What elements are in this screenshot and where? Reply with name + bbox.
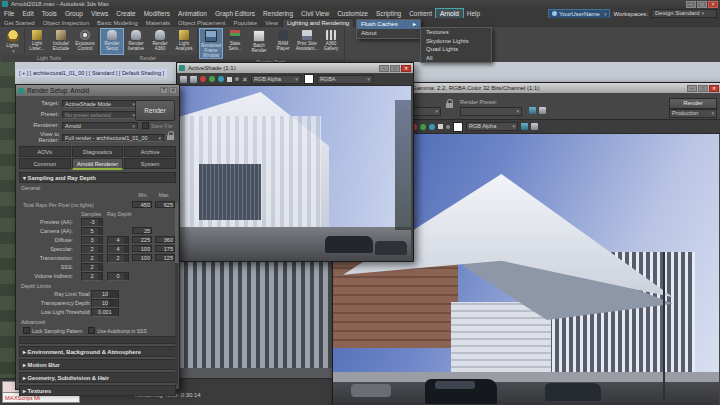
samples-spinner[interactable]: 2 bbox=[81, 245, 103, 254]
samples-spinner[interactable]: 3 bbox=[81, 236, 103, 245]
checkbox-option[interactable]: Use Autobump in SSS bbox=[88, 327, 146, 334]
ribbon-tab[interactable]: View bbox=[261, 19, 282, 27]
dialog-tab[interactable]: Archive bbox=[124, 146, 176, 157]
menu-item[interactable]: Group bbox=[61, 9, 87, 18]
rollout-collapsed[interactable]: ▸ Motion Blur bbox=[19, 359, 176, 370]
rfw-preset-select[interactable]: ▾ bbox=[460, 107, 522, 116]
ribbon-tab[interactable]: Basic Modeling bbox=[93, 19, 142, 27]
menu-item[interactable]: Content bbox=[405, 9, 436, 18]
save-file-checkbox[interactable] bbox=[142, 122, 149, 129]
dialog-tab[interactable]: AOVs bbox=[19, 146, 71, 157]
renderer-select[interactable]: Arnold▾ bbox=[62, 122, 138, 130]
activeshade-format-select[interactable]: RGBA▾ bbox=[317, 75, 373, 84]
samples-spinner[interactable]: 2 bbox=[81, 272, 103, 281]
ray-depth-spinner[interactable]: 0 bbox=[107, 272, 129, 281]
dialog-tab[interactable]: Diagnostics bbox=[72, 146, 124, 157]
menu-item[interactable]: Create bbox=[112, 9, 140, 18]
dialog-tab[interactable]: Common bbox=[19, 158, 71, 169]
workspace-select[interactable]: Design Standard▾ bbox=[651, 9, 717, 18]
help-icon[interactable]: ? bbox=[160, 87, 168, 94]
layers-icon[interactable] bbox=[521, 123, 528, 130]
ribbon-button[interactable]: A360 Gallery bbox=[319, 28, 343, 59]
submenu-item[interactable]: Textures bbox=[421, 28, 491, 37]
submenu-item[interactable]: All bbox=[421, 54, 491, 63]
ribbon-button[interactable]: State Sets... bbox=[223, 28, 247, 59]
ribbon-button[interactable]: Rendered Frame Window bbox=[199, 28, 223, 59]
arnold-menu-item[interactable]: Flush Caches ▸ bbox=[357, 20, 420, 29]
ribbon-button[interactable]: Exposure Control bbox=[73, 28, 97, 55]
dialog-tab[interactable]: Arnold Renderer bbox=[72, 158, 124, 170]
menu-item[interactable]: Rendering bbox=[259, 9, 297, 18]
color-swatch[interactable] bbox=[304, 74, 314, 84]
arnold-menu-item[interactable]: About bbox=[357, 29, 420, 38]
depth-limit-spinner[interactable]: 10 bbox=[91, 290, 119, 299]
maximize-icon[interactable]: □ bbox=[698, 85, 708, 92]
ribbon-tab[interactable]: Object Placement bbox=[174, 19, 229, 27]
minimize-icon[interactable]: – bbox=[687, 85, 697, 92]
blue-channel-icon[interactable] bbox=[429, 124, 435, 130]
ray-depth-spinner[interactable]: 2 bbox=[107, 254, 129, 263]
green-channel-icon[interactable] bbox=[420, 124, 426, 130]
rfw-mode-select[interactable]: Production▾ bbox=[669, 109, 717, 118]
ribbon-button[interactable]: Render Iterative bbox=[124, 28, 148, 55]
render-button[interactable]: Render bbox=[135, 100, 175, 121]
alpha-channel-icon[interactable] bbox=[446, 125, 450, 129]
menu-item[interactable]: Tools bbox=[38, 9, 61, 18]
maximize-icon[interactable]: □ bbox=[697, 1, 707, 8]
menu-item[interactable]: Customize bbox=[333, 9, 372, 18]
ray-depth-spinner[interactable]: 4 bbox=[107, 236, 129, 245]
target-select[interactable]: ActiveShade Mode▾ bbox=[62, 100, 138, 108]
green-channel-icon[interactable] bbox=[209, 76, 215, 82]
close-icon[interactable]: ✕ bbox=[169, 87, 177, 94]
ribbon-button[interactable]: Light Lister... bbox=[25, 28, 49, 55]
samples-spinner[interactable]: 5 bbox=[81, 227, 103, 236]
ribbon-tab[interactable]: Lighting and Rendering bbox=[282, 18, 354, 27]
depth-limit-spinner[interactable]: 0.001 bbox=[91, 308, 119, 317]
preset-select[interactable]: No preset selected▾ bbox=[62, 111, 138, 119]
ribbon-button[interactable]: Render A360 bbox=[148, 28, 172, 55]
save-image-icon[interactable] bbox=[180, 76, 187, 83]
view-to-render-select[interactable]: Full render - architectural1_01_00▾ bbox=[62, 134, 164, 142]
menu-item[interactable]: Civil View bbox=[297, 9, 333, 18]
render-setup-shortcut-icon[interactable] bbox=[529, 107, 536, 114]
samples-spinner[interactable]: -3 bbox=[81, 218, 103, 227]
blue-channel-icon[interactable] bbox=[218, 76, 224, 82]
menu-item[interactable]: Modifiers bbox=[140, 9, 174, 18]
menu-item[interactable]: Graph Editors bbox=[211, 9, 259, 18]
monochrome-icon[interactable] bbox=[438, 124, 443, 129]
ribbon-tab[interactable]: Object Inspection bbox=[39, 19, 93, 27]
ribbon-tab[interactable]: Get Started bbox=[0, 19, 39, 27]
menu-item[interactable]: Scripting bbox=[372, 9, 405, 18]
menu-item[interactable]: File bbox=[0, 9, 18, 18]
lock-icon[interactable] bbox=[446, 103, 453, 108]
user-account-button[interactable]: YourUserName ▾ bbox=[548, 9, 610, 19]
menu-item[interactable]: Arnold bbox=[436, 9, 463, 18]
clear-icon[interactable]: ✕ bbox=[242, 76, 248, 83]
minimize-icon[interactable]: – bbox=[686, 1, 696, 8]
rfw-render-button[interactable]: Render bbox=[669, 98, 717, 109]
dialog-tab[interactable]: System bbox=[124, 158, 176, 169]
environment-dialog-icon[interactable] bbox=[539, 107, 546, 114]
depth-limit-spinner[interactable]: 10 bbox=[91, 299, 119, 308]
render-setup-titlebar[interactable]: Render Setup: Arnold ? ✕ bbox=[16, 85, 179, 96]
rollout-collapsed[interactable]: ▸ Environment, Background & Atmosphere bbox=[19, 346, 176, 357]
minimize-icon[interactable]: – bbox=[379, 65, 389, 72]
ray-depth-spinner[interactable]: 4 bbox=[107, 245, 129, 254]
printer-icon[interactable] bbox=[531, 123, 538, 130]
menu-item[interactable]: Views bbox=[87, 9, 112, 18]
rollout-collapsed[interactable]: ▸ Geometry, Subdivision & Hair bbox=[19, 372, 176, 383]
maximize-icon[interactable]: □ bbox=[390, 65, 400, 72]
activeshade-titlebar[interactable]: ActiveShade (1:1) – □ ✕ bbox=[177, 63, 413, 73]
lights-button[interactable]: Lights ▾ bbox=[1, 28, 25, 55]
rollout-collapsed[interactable] bbox=[19, 336, 176, 344]
samples-spinner[interactable]: 2 bbox=[81, 263, 103, 272]
ribbon-button[interactable]: Batch Render bbox=[247, 28, 271, 59]
rollout-collapsed[interactable]: ▸ Textures bbox=[19, 385, 176, 396]
scrollbar[interactable] bbox=[175, 203, 178, 385]
menu-item[interactable]: Edit bbox=[18, 9, 37, 18]
ribbon-button[interactable]: Light Analysis bbox=[172, 28, 196, 55]
clone-rendered-frame-icon[interactable] bbox=[190, 76, 197, 83]
samples-spinner[interactable]: 2 bbox=[81, 254, 103, 263]
ribbon-button[interactable]: RAM Player bbox=[271, 28, 295, 59]
close-icon[interactable]: ✕ bbox=[401, 65, 411, 72]
